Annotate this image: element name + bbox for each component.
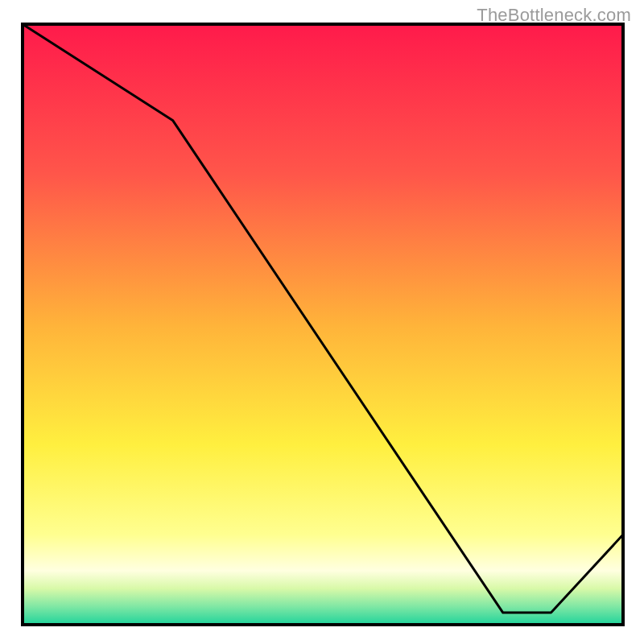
chart-svg [0, 0, 644, 644]
chart-container: TheBottleneck.com [0, 0, 644, 644]
plot-background [23, 24, 623, 625]
watermark-text: TheBottleneck.com [477, 5, 631, 26]
